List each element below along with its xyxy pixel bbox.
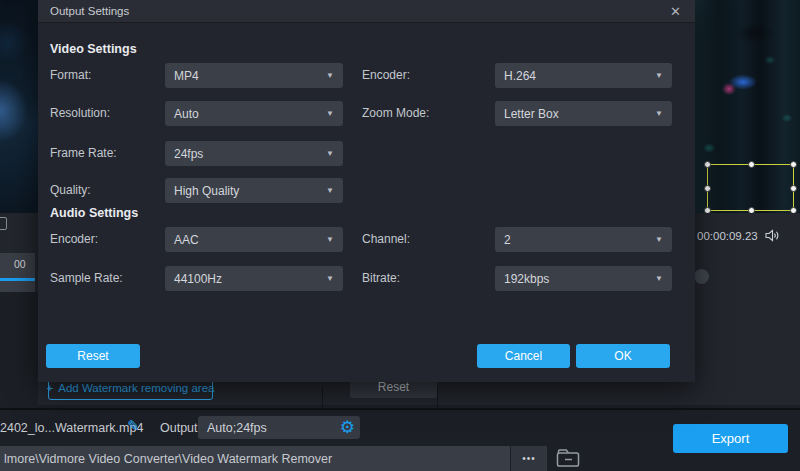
- sample-rate-value: 44100Hz: [174, 272, 222, 286]
- chevron-down-icon: ▼: [326, 109, 334, 118]
- panel-divider: [322, 386, 323, 408]
- zoom-mode-label: Zoom Mode:: [362, 101, 429, 126]
- audio-settings-heading: Audio Settings: [50, 206, 138, 220]
- watermark-selection-rect[interactable]: [707, 164, 794, 211]
- bitrate-value: 192kbps: [504, 272, 549, 286]
- open-folder-button[interactable]: [556, 448, 582, 468]
- frame-rate-dropdown[interactable]: 24fps ▼: [165, 141, 343, 166]
- file-name: 2402_lo...Watermark.mp4: [0, 421, 143, 435]
- timestamp-text: 00:00:09.23: [697, 230, 758, 242]
- edit-pencil-icon[interactable]: ✎: [127, 417, 140, 435]
- resolution-value: Auto: [174, 107, 199, 121]
- audio-encoder-label: Encoder:: [50, 227, 98, 252]
- volume-slider-knob[interactable]: [694, 269, 709, 284]
- encoder-label: Encoder:: [362, 63, 410, 88]
- chevron-down-icon: ▼: [326, 149, 334, 158]
- playback-time: 00:00:09.23: [697, 229, 780, 242]
- channel-dropdown[interactable]: 2 ▼: [495, 227, 672, 252]
- dialog-header: Output Settings ✕: [38, 0, 695, 23]
- sample-rate-label: Sample Rate:: [50, 266, 123, 291]
- resize-handle[interactable]: [704, 185, 711, 192]
- sample-rate-dropdown[interactable]: 44100Hz ▼: [165, 266, 343, 291]
- quality-value: High Quality: [174, 184, 239, 198]
- timeline-time-label: 00: [14, 258, 26, 270]
- chevron-down-icon: ▼: [326, 186, 334, 195]
- video-preview-right: [695, 0, 800, 213]
- folder-icon: [556, 448, 582, 468]
- save-path-bar[interactable]: lmore\Vidmore Video Converter\Video Wate…: [0, 446, 510, 471]
- video-settings-heading: Video Settings: [50, 42, 137, 56]
- plus-icon: +: [47, 382, 54, 394]
- resize-handle[interactable]: [704, 161, 711, 168]
- reset-button[interactable]: Reset: [46, 344, 140, 368]
- chevron-down-icon: ▼: [655, 109, 663, 118]
- resolution-dropdown[interactable]: Auto ▼: [165, 101, 343, 126]
- bitrate-label: Bitrate:: [362, 266, 400, 291]
- output-format-value: Auto;24fps: [207, 421, 267, 435]
- channel-label: Channel:: [362, 227, 410, 252]
- zoom-mode-dropdown[interactable]: Letter Box ▼: [495, 101, 672, 126]
- output-format-field[interactable]: Auto;24fps ⚙: [198, 416, 360, 439]
- audio-encoder-dropdown[interactable]: AAC ▼: [165, 227, 343, 252]
- save-path-text: lmore\Vidmore Video Converter\Video Wate…: [4, 452, 332, 466]
- timeline-panel: [0, 292, 38, 410]
- browse-path-button[interactable]: •••: [511, 446, 547, 471]
- dialog-title: Output Settings: [50, 0, 129, 23]
- channel-value: 2: [504, 233, 511, 247]
- timeline-thumbnail[interactable]: 00: [0, 253, 35, 292]
- timeline-progress-bar: [0, 278, 35, 281]
- chevron-down-icon: ▼: [326, 274, 334, 283]
- close-icon[interactable]: ✕: [670, 0, 681, 23]
- frame-rate-label: Frame Rate:: [50, 141, 117, 166]
- output-row: 2402_lo...Watermark.mp4 ✎ Output: Auto;2…: [0, 410, 800, 471]
- frame-rate-value: 24fps: [174, 147, 203, 161]
- zoom-mode-value: Letter Box: [504, 107, 559, 121]
- fullscreen-icon[interactable]: [0, 217, 7, 230]
- quality-dropdown[interactable]: High Quality ▼: [165, 178, 343, 203]
- resize-handle[interactable]: [790, 161, 797, 168]
- panel-divider: [437, 386, 438, 408]
- quality-label: Quality:: [50, 178, 91, 203]
- output-settings-dialog: Output Settings ✕ Video Settings Format:…: [38, 0, 695, 382]
- chevron-down-icon: ▼: [655, 235, 663, 244]
- speaker-icon[interactable]: [765, 229, 780, 242]
- add-watermark-area-label: Add Watermark removing area: [58, 382, 214, 394]
- resize-handle[interactable]: [748, 161, 755, 168]
- format-dropdown[interactable]: MP4 ▼: [165, 63, 343, 88]
- resolution-label: Resolution:: [50, 101, 110, 126]
- chevron-down-icon: ▼: [326, 71, 334, 80]
- format-label: Format:: [50, 63, 91, 88]
- ok-button[interactable]: OK: [576, 344, 670, 368]
- bitrate-dropdown[interactable]: 192kbps ▼: [495, 266, 672, 291]
- export-button[interactable]: Export: [673, 424, 788, 453]
- encoder-value: H.264: [504, 69, 536, 83]
- chevron-down-icon: ▼: [655, 71, 663, 80]
- encoder-dropdown[interactable]: H.264 ▼: [495, 63, 672, 88]
- resize-handle[interactable]: [790, 185, 797, 192]
- format-value: MP4: [174, 69, 199, 83]
- output-label: Output:: [160, 421, 201, 435]
- cancel-button[interactable]: Cancel: [477, 344, 570, 368]
- chevron-down-icon: ▼: [655, 274, 663, 283]
- audio-encoder-value: AAC: [174, 233, 199, 247]
- chevron-down-icon: ▼: [326, 235, 334, 244]
- gear-icon[interactable]: ⚙: [340, 416, 355, 439]
- app-window: 00:00:09.23 00 + Add Watermark removing …: [0, 0, 800, 471]
- video-preview-left: [0, 0, 38, 213]
